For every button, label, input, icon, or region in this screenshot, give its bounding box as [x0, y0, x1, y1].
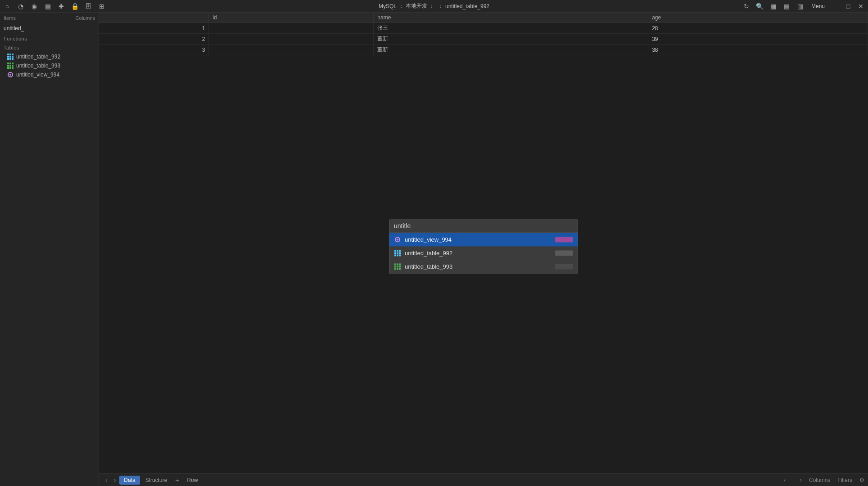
cell-name: 董新 [374, 45, 648, 55]
dropdown-label-1: untitled_table_992 [405, 250, 552, 256]
sidebar: Items Columns untitled_ Functions Tables… [0, 13, 99, 486]
cell-rownum: 2 [99, 34, 209, 45]
sidebar-item-view-994[interactable]: untitled_view_994 [0, 70, 99, 79]
titlebar-left: ○ ◔ ◉ ▤ ✚ 🔒 🗄 ⊞ [4, 3, 105, 10]
dropdown-item-1[interactable]: untitled_table_992 [389, 246, 578, 260]
col-header-age[interactable]: age [648, 13, 868, 23]
nav-next[interactable]: › [111, 477, 119, 484]
window-controls: — □ ✕ [832, 3, 864, 10]
main-layout: Items Columns untitled_ Functions Tables… [0, 13, 868, 486]
dropdown-view-icon-0 [394, 236, 401, 243]
titlebar-right-icons: ↻ 🔍 ▦ ▤ ▥ [743, 3, 804, 10]
dropdown-item-2[interactable]: untitled_table_993 [389, 260, 578, 273]
cell-age: 39 [648, 34, 868, 45]
table-row: 1 张三 28 [99, 23, 868, 34]
sidebar-columns-label: Columns [76, 15, 95, 21]
content-area: id name age 1 张三 28 2 董新 39 3 董新 38 [99, 13, 868, 486]
nav-page-next[interactable]: › [800, 477, 802, 483]
grid-icon[interactable]: ⊞ [98, 3, 105, 10]
search-dropdown: untitled_view_994 untitled_table_992 [389, 233, 578, 274]
bottombar-tabs: ‹ › Data Structure + Row [103, 476, 203, 485]
refresh-icon[interactable]: ↻ [743, 3, 750, 10]
search-icon[interactable]: 🔍 [756, 3, 764, 10]
cell-age: 38 [648, 45, 868, 55]
plus-icon[interactable]: ✚ [58, 3, 65, 10]
close-button[interactable]: ✕ [857, 3, 864, 10]
table-icon-992 [7, 54, 14, 60]
clock-icon[interactable]: ◔ [17, 3, 24, 10]
nav-page-prev[interactable]: ‹ [784, 477, 786, 483]
cell-id [209, 34, 374, 45]
dropdown-table-icon-2 [394, 263, 401, 270]
sep1: ： [398, 2, 404, 10]
dropdown-label-0: untitled_view_994 [405, 236, 552, 243]
dropdown-item-0[interactable]: untitled_view_994 [389, 233, 578, 246]
sidebar-header: Items Columns [0, 13, 99, 23]
table-row: 3 董新 38 [99, 45, 868, 55]
gear-icon[interactable]: ⚙ [859, 477, 864, 483]
table-label: untitled_table_992 [445, 3, 489, 9]
dropdown-tag-0 [555, 237, 573, 242]
sidebar-item-label-993: untitled_table_993 [16, 63, 60, 69]
cell-rownum: 1 [99, 23, 209, 34]
cell-rownum: 3 [99, 45, 209, 55]
cell-id [209, 23, 374, 34]
circle-icon[interactable]: ○ [4, 3, 11, 10]
sidebar-tables-label: Tables [0, 43, 99, 52]
sidebar-item-table-992[interactable]: untitled_table_992 [0, 52, 99, 61]
sidebar-item-table-993[interactable]: untitled_table_993 [0, 61, 99, 70]
sidebar-functions-label: Functions [0, 34, 99, 43]
col-header-rownum [99, 13, 209, 23]
table-icon-993 [7, 63, 14, 69]
layout1-icon[interactable]: ▦ [770, 3, 777, 10]
sep2: ： [429, 2, 434, 10]
search-container: untitled_view_994 untitled_table_992 [389, 219, 578, 274]
sidebar-icon[interactable]: ▤ [44, 3, 51, 10]
minimize-button[interactable]: — [832, 3, 839, 10]
tab-data[interactable]: Data [119, 476, 140, 485]
col-header-name[interactable]: name [374, 13, 648, 23]
titlebar: ○ ◔ ◉ ▤ ✚ 🔒 🗄 ⊞ MySQL ： 本地开发 ： ： untitle… [0, 0, 868, 13]
bottombar-right: ‹ › Columns Filters ⚙ [784, 477, 864, 483]
titlebar-right: ↻ 🔍 ▦ ▤ ▥ Menu — □ ✕ [743, 3, 864, 10]
nav-prev[interactable]: ‹ [103, 477, 110, 484]
dropdown-tag-1 [555, 250, 573, 256]
layout2-icon[interactable]: ▤ [783, 3, 791, 10]
col-header-id[interactable]: id [209, 13, 374, 23]
titlebar-center: MySQL ： 本地开发 ： ： untitled_table_992 [379, 2, 489, 10]
search-input[interactable] [394, 222, 573, 230]
cell-name: 董新 [374, 34, 648, 45]
cell-name: 张三 [374, 23, 648, 34]
connection-label: MySQL [379, 3, 397, 9]
cell-age: 28 [648, 23, 868, 34]
dropdown-table-icon-1 [394, 249, 401, 256]
menu-button[interactable]: Menu [811, 3, 825, 9]
search-input-wrapper[interactable] [389, 219, 578, 233]
sidebar-item-label-994: untitled_view_994 [16, 72, 59, 78]
maximize-button[interactable]: □ [845, 3, 852, 10]
sidebar-items-label: Items [4, 15, 16, 21]
dropdown-tag-2 [555, 264, 573, 269]
view-icon-994 [7, 72, 14, 78]
layout3-icon[interactable]: ▥ [797, 3, 804, 10]
db-icon[interactable]: 🗄 [85, 3, 92, 10]
tab-row[interactable]: Row [183, 476, 203, 485]
columns-label[interactable]: Columns [809, 477, 830, 483]
filters-label[interactable]: Filters [837, 477, 852, 483]
titlebar-icon-group: ○ ◔ ◉ ▤ ✚ 🔒 🗄 ⊞ [4, 3, 105, 10]
tab-add-icon[interactable]: + [172, 477, 181, 484]
bottombar: ‹ › Data Structure + Row ‹ › Columns Fil… [99, 473, 868, 486]
dropdown-label-2: untitled_table_993 [405, 263, 552, 270]
eye-icon[interactable]: ◉ [31, 3, 38, 10]
tab-structure[interactable]: Structure [141, 476, 172, 485]
sep3: ： [438, 2, 443, 10]
host-label: 本地开发 [406, 2, 427, 10]
sidebar-db-name[interactable]: untitled_ [0, 23, 99, 34]
lock-icon[interactable]: 🔒 [71, 3, 78, 10]
table-row: 2 董新 39 [99, 34, 868, 45]
data-table: id name age 1 张三 28 2 董新 39 3 董新 38 [99, 13, 868, 55]
sidebar-item-label-992: untitled_table_992 [16, 54, 60, 60]
cell-id [209, 45, 374, 55]
